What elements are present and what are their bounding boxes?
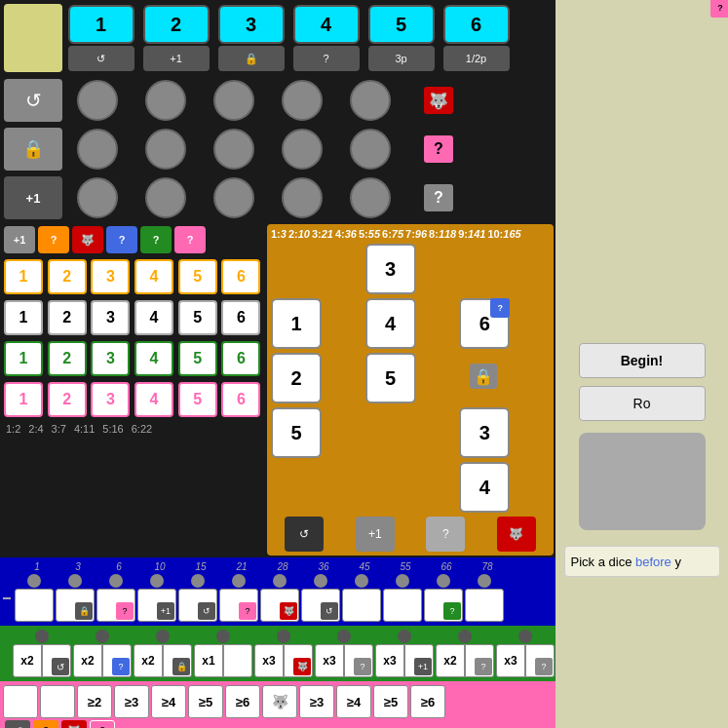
green-mult-left-9[interactable]: x3 <box>496 644 525 677</box>
pink-slot-wolf[interactable]: 🐺 <box>262 685 297 718</box>
blue-slot-11[interactable]: ? <box>424 589 463 622</box>
green-mult-right-2[interactable]: ? <box>102 644 132 677</box>
green-mult-left-7[interactable]: x3 <box>375 644 404 677</box>
green-mult-right-9[interactable]: ? <box>525 644 555 677</box>
circle[interactable] <box>213 129 254 170</box>
green-mult-right-1[interactable]: ↺ <box>42 644 71 677</box>
golden-btn-1[interactable]: 1 <box>271 298 322 349</box>
yellow-3[interactable]: 3 <box>91 259 130 294</box>
pink-slot-4[interactable]: ≥3 <box>114 685 149 718</box>
golden-btn-4[interactable]: 4 <box>365 298 416 349</box>
pink-slot-6[interactable]: ≥5 <box>188 685 223 718</box>
blue-slot-8[interactable]: ↺ <box>301 589 340 622</box>
green-mult-right-3[interactable]: 🔒 <box>163 644 192 677</box>
green-3[interactable]: 3 <box>91 341 130 376</box>
blue-slot-5[interactable]: ↺ <box>178 589 217 622</box>
green-mult-left-2[interactable]: x2 <box>73 644 102 677</box>
ro-button[interactable]: Ro <box>579 386 706 421</box>
blue-slot-4[interactable]: +1 <box>137 589 176 622</box>
pink-slot-3[interactable]: ≥2 <box>77 685 112 718</box>
green-1[interactable]: 1 <box>4 341 43 376</box>
yellow-6[interactable]: 6 <box>221 259 260 294</box>
circle[interactable] <box>282 177 323 218</box>
circle[interactable] <box>145 129 186 170</box>
dice-5-button[interactable]: 5 <box>368 5 435 44</box>
blue-slot-10[interactable] <box>383 589 422 622</box>
green-mult-left-4[interactable]: x1 <box>194 644 223 677</box>
blue-slot-1[interactable] <box>15 589 54 622</box>
circle[interactable] <box>77 129 118 170</box>
mod-question-green[interactable]: ? <box>140 226 172 253</box>
action-wolf[interactable]: 🐺 <box>497 517 536 552</box>
circle[interactable] <box>350 177 391 218</box>
pink-slot-10[interactable]: ≥5 <box>373 685 408 718</box>
circle[interactable] <box>213 80 254 121</box>
green-5[interactable]: 5 <box>178 341 217 376</box>
pink-4[interactable]: 4 <box>134 382 173 417</box>
pink-slot-9[interactable]: ≥4 <box>336 685 371 718</box>
pink-slot-11[interactable]: ≥6 <box>410 685 445 718</box>
green-mult-right-5[interactable]: 🐺 <box>284 644 313 677</box>
pink-slot-8[interactable]: ≥3 <box>299 685 334 718</box>
green-4[interactable]: 4 <box>134 341 173 376</box>
pink-5[interactable]: 5 <box>178 382 217 417</box>
golden-btn-2a[interactable]: 2 <box>271 353 322 403</box>
pink-3[interactable]: 3 <box>91 382 130 417</box>
circle[interactable] <box>282 80 323 121</box>
white-6[interactable]: 6 <box>221 300 260 335</box>
white-3[interactable]: 3 <box>91 300 130 335</box>
green-2[interactable]: 2 <box>48 341 87 376</box>
blue-slot-2[interactable]: 🔒 <box>56 589 95 622</box>
action-plus1[interactable]: +1 <box>356 517 395 552</box>
yellow-2[interactable]: 2 <box>48 259 87 294</box>
blue-slot-6[interactable]: ? <box>219 589 258 622</box>
pink-slot-1[interactable] <box>3 685 38 718</box>
action-refresh[interactable]: ↺ <box>285 517 324 552</box>
white-2[interactable]: 2 <box>48 300 87 335</box>
pink-slot-5[interactable]: ≥4 <box>151 685 186 718</box>
pink-6[interactable]: 6 <box>221 382 260 417</box>
blue-slot-3[interactable]: ? <box>96 589 135 622</box>
circle[interactable] <box>350 129 391 170</box>
green-mult-right-8[interactable]: ? <box>465 644 494 677</box>
dice-3-button[interactable]: 3 <box>218 5 285 44</box>
mod-wolf[interactable]: 🐺 <box>72 226 103 253</box>
blue-slot-12[interactable] <box>465 589 504 622</box>
mod-plus1[interactable]: +1 <box>4 226 35 253</box>
green-mult-left-6[interactable]: x3 <box>315 644 344 677</box>
white-5[interactable]: 5 <box>178 300 217 335</box>
pink-2[interactable]: 2 <box>48 382 87 417</box>
circle[interactable] <box>282 129 323 170</box>
yellow-4[interactable]: 4 <box>134 259 173 294</box>
circle[interactable] <box>213 177 254 218</box>
golden-btn-4b[interactable]: 4 ? <box>459 462 510 513</box>
pink-slot-2[interactable] <box>40 685 75 718</box>
golden-btn-3[interactable]: 3 <box>365 244 416 294</box>
circle[interactable] <box>145 80 186 121</box>
green-mult-left-3[interactable]: x2 <box>134 644 163 677</box>
yellow-1[interactable]: 1 <box>4 259 43 294</box>
circle[interactable] <box>350 80 391 121</box>
mod-question-orange[interactable]: ? <box>38 226 69 253</box>
dice-2-button[interactable]: 2 <box>143 5 210 44</box>
action-question[interactable]: ? <box>426 517 465 552</box>
white-4[interactable]: 4 <box>134 300 173 335</box>
begin-button[interactable]: Begin! <box>579 343 706 378</box>
golden-btn-6[interactable]: 6 ? <box>459 298 510 349</box>
mod-question-pink[interactable]: ? <box>174 226 206 253</box>
mod-question-blue[interactable]: ? <box>106 226 137 253</box>
blue-slot-7[interactable]: 🐺 <box>260 589 299 622</box>
golden-btn-5b[interactable]: 5 <box>271 407 322 458</box>
green-6[interactable]: 6 <box>221 341 260 376</box>
pink-slot-7[interactable]: ≥6 <box>225 685 260 718</box>
golden-btn-5[interactable]: 5 <box>365 353 416 403</box>
blue-slot-9[interactable] <box>342 589 381 622</box>
dice-6-button[interactable]: 6 <box>443 5 510 44</box>
green-mult-left-5[interactable]: x3 <box>254 644 284 677</box>
circle[interactable] <box>77 177 118 218</box>
green-mult-right-7[interactable]: +1 <box>404 644 434 677</box>
green-mult-left-1[interactable]: x2 <box>13 644 42 677</box>
green-mult-right-4[interactable] <box>223 644 252 677</box>
circle[interactable] <box>145 177 186 218</box>
golden-btn-3b[interactable]: 3 ? <box>459 407 510 458</box>
